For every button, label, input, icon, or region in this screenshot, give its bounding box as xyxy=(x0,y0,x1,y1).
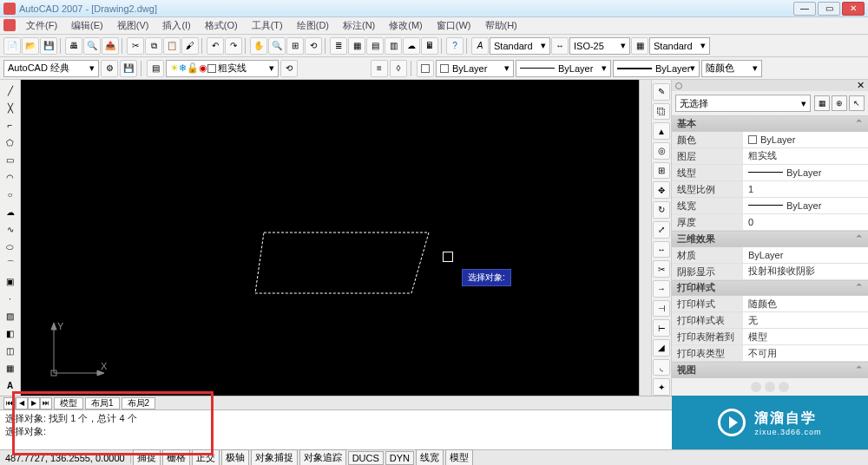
textstyle-select[interactable]: Standard▾ xyxy=(490,37,550,55)
prop-ptable-value[interactable]: 无 xyxy=(743,312,868,328)
table-icon[interactable]: ▦ xyxy=(3,361,18,376)
maximize-button[interactable]: ▭ xyxy=(818,2,840,16)
prop-linetype-value[interactable]: ByLayer xyxy=(743,165,868,180)
toggle-polar[interactable]: 极轴 xyxy=(221,449,249,465)
publish-icon[interactable]: 📤 xyxy=(102,37,119,55)
panel-autohide-icon[interactable] xyxy=(675,82,682,89)
menu-tools[interactable]: 工具(T) xyxy=(245,17,290,34)
tab-next-icon[interactable]: ▶ xyxy=(28,397,40,409)
rect-icon[interactable]: ▭ xyxy=(3,153,18,167)
trim-icon[interactable]: ✂ xyxy=(653,260,670,278)
zoom-prev-icon[interactable]: ⟲ xyxy=(305,37,322,55)
markup-icon[interactable]: ☁ xyxy=(403,37,420,55)
prop-material-value[interactable]: ByLayer xyxy=(743,247,868,263)
extend-icon[interactable]: → xyxy=(653,280,670,298)
menu-draw[interactable]: 绘图(D) xyxy=(290,17,336,34)
tab-model[interactable]: 模型 xyxy=(54,397,83,409)
workspace-settings-icon[interactable]: ⚙ xyxy=(101,60,118,77)
toggle-ducs[interactable]: DUCS xyxy=(348,451,384,465)
workspace-save-icon[interactable]: 💾 xyxy=(120,60,137,77)
toggle-ortho[interactable]: 正交 xyxy=(192,449,220,465)
workspace-select[interactable]: AutoCAD 经典▾ xyxy=(3,60,99,77)
tab-layout1[interactable]: 布局1 xyxy=(85,397,120,409)
menu-insert[interactable]: 插入(I) xyxy=(155,17,197,34)
prop-thick-value[interactable]: 0 xyxy=(743,214,868,230)
toggle-snap[interactable]: 捕捉 xyxy=(133,449,161,465)
line-icon[interactable]: ╱ xyxy=(3,83,18,98)
layer-select[interactable]: ☀❄🔓◉ 粗实线 ▾ xyxy=(166,60,279,77)
break-icon[interactable]: ⊣ xyxy=(653,300,670,318)
canvas-scrollbar-v[interactable] xyxy=(639,80,651,396)
join-icon[interactable]: ⊢ xyxy=(653,319,670,337)
open-icon[interactable]: 📂 xyxy=(22,37,39,55)
zoom-rt-icon[interactable]: 🔍 xyxy=(268,37,286,55)
selectobj-icon[interactable]: ↖ xyxy=(849,95,865,111)
menu-modify[interactable]: 修改(M) xyxy=(382,17,430,34)
prop-ltscale-value[interactable]: 1 xyxy=(743,181,868,197)
ellipsearc-icon[interactable]: ⌒ xyxy=(3,257,18,272)
close-button[interactable]: ✕ xyxy=(842,2,865,16)
block-icon[interactable]: ▣ xyxy=(3,274,18,289)
textstyle-icon[interactable]: A xyxy=(471,37,489,55)
prop-color-value[interactable]: ByLayer xyxy=(743,132,868,147)
xline-icon[interactable]: ╳ xyxy=(3,101,18,115)
prop-pattach-value[interactable]: 模型 xyxy=(743,329,868,344)
circle-icon[interactable]: ○ xyxy=(3,187,18,202)
calc-icon[interactable]: 🖩 xyxy=(421,37,438,55)
undo-icon[interactable]: ↶ xyxy=(207,37,224,55)
menu-format[interactable]: 格式(O) xyxy=(198,17,245,34)
tab-prev-icon[interactable]: ◀ xyxy=(16,397,28,409)
toggle-model[interactable]: 模型 xyxy=(445,449,473,465)
prop-ptype-value[interactable]: 不可用 xyxy=(743,345,868,361)
color-select[interactable]: ByLayer▾ xyxy=(436,60,514,77)
polygon-icon[interactable]: ⬠ xyxy=(3,135,18,150)
layer-manager-icon[interactable]: ▤ xyxy=(147,60,164,77)
dc-icon[interactable]: ▦ xyxy=(348,37,365,55)
menu-dim[interactable]: 标注(N) xyxy=(336,17,382,34)
arc-icon[interactable]: ◠ xyxy=(3,170,18,185)
selected-polygon[interactable] xyxy=(255,232,446,304)
pickadd-icon[interactable]: ⊕ xyxy=(832,95,847,111)
layer-prev-icon[interactable]: ⟲ xyxy=(280,60,298,77)
dimstyle-select[interactable]: ISO-25▾ xyxy=(569,37,630,55)
panel-close-icon[interactable]: ✕ xyxy=(857,80,865,91)
toggle-dyn[interactable]: DYN xyxy=(385,451,414,465)
chamfer-icon[interactable]: ◢ xyxy=(653,339,670,357)
ssm-icon[interactable]: ▥ xyxy=(385,37,402,55)
tablestyle-icon[interactable]: ▦ xyxy=(631,37,648,55)
menu-help[interactable]: 帮助(H) xyxy=(478,17,524,34)
tablestyle-select[interactable]: Standard▾ xyxy=(649,37,710,55)
prop-shadow-value[interactable]: 投射和接收阴影 xyxy=(743,264,868,279)
drawing-canvas[interactable]: 选择对象: X Y xyxy=(21,80,651,396)
zoom-win-icon[interactable]: ⊞ xyxy=(286,37,304,55)
toggle-otrack[interactable]: 对象追踪 xyxy=(299,449,346,465)
save-icon[interactable]: 💾 xyxy=(40,37,57,55)
array-icon[interactable]: ⊞ xyxy=(653,162,670,180)
section-plot[interactable]: 打印样式⌃ xyxy=(672,280,868,297)
section-3d[interactable]: 三维效果⌃ xyxy=(672,231,868,247)
stretch-icon[interactable]: ↔ xyxy=(653,241,670,259)
copy-mod-icon[interactable]: ⿻ xyxy=(653,103,670,121)
menu-window[interactable]: 窗口(W) xyxy=(430,17,478,34)
scale-icon[interactable]: ⤢ xyxy=(653,221,670,239)
mirror-icon[interactable]: ▲ xyxy=(653,122,670,140)
pan-icon[interactable]: ✋ xyxy=(250,37,267,55)
menu-view[interactable]: 视图(V) xyxy=(110,17,156,34)
menu-edit[interactable]: 编辑(E) xyxy=(64,17,110,34)
explode-icon[interactable]: ✦ xyxy=(653,378,670,396)
cut-icon[interactable]: ✂ xyxy=(127,37,144,55)
section-view[interactable]: 视图⌃ xyxy=(672,362,868,378)
prop-pstyle-value[interactable]: 随颜色 xyxy=(743,296,868,311)
layer-states-icon[interactable]: ≡ xyxy=(371,60,388,77)
tp-icon[interactable]: ▤ xyxy=(366,37,384,55)
erase-icon[interactable]: ✎ xyxy=(653,83,670,101)
mtext-icon[interactable]: A xyxy=(3,378,18,393)
lineweight-select[interactable]: ByLayer▾ xyxy=(613,60,700,77)
props-icon[interactable]: ≣ xyxy=(330,37,347,55)
plotcolor-select[interactable]: 随颜色▾ xyxy=(701,60,762,77)
dimstyle-icon[interactable]: ↔ xyxy=(551,37,569,55)
color-btn[interactable] xyxy=(417,60,434,77)
section-general[interactable]: 基本⌃ xyxy=(672,115,868,132)
toggle-grid[interactable]: 栅格 xyxy=(162,449,190,465)
fillet-icon[interactable]: ◟ xyxy=(653,359,670,377)
